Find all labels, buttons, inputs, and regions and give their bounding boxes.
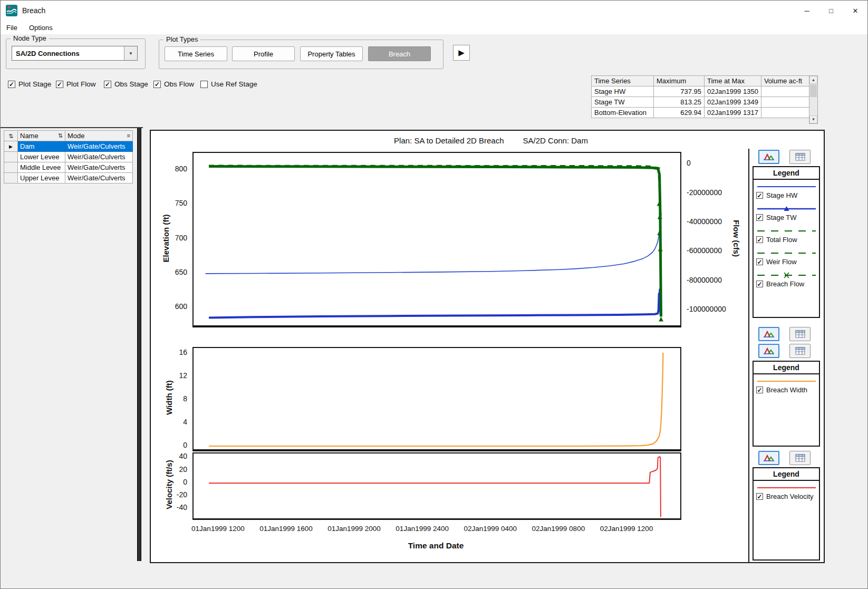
axis-tick-label: 02Jan1999 1200 [594, 525, 659, 533]
legend-checkbox[interactable]: ✓ [756, 214, 763, 221]
legend-table-toggle-button[interactable] [789, 344, 811, 358]
plot-stage-checkbox[interactable]: ✓ [8, 81, 15, 88]
legend-entry-label: Breach Velocity [766, 493, 814, 500]
legend-plot-toggle-button[interactable] [758, 150, 779, 164]
node-type-selected-value: SA/2D Connections [12, 46, 124, 60]
axis-tick-label: -40000000 [687, 217, 745, 226]
legend-checkbox[interactable]: ✓ [756, 387, 763, 393]
obs-flow-toggle[interactable]: ✓ Obs Flow [153, 80, 194, 88]
node-name-cell[interactable]: Dam [18, 141, 65, 152]
axis-tick-label: -60000000 [687, 246, 745, 255]
table-icon [795, 454, 805, 462]
legend-plot-toggle-button[interactable] [758, 344, 779, 358]
node-type-dropdown[interactable]: SA/2D Connections ▼ [12, 46, 138, 61]
obs-stage-label: Obs Stage [114, 80, 148, 88]
menubar: File Options [1, 21, 867, 34]
legend-table-toggle-button[interactable] [789, 327, 811, 341]
maximize-button[interactable]: □ [819, 1, 843, 21]
plot-type-profile-button[interactable]: Profile [232, 46, 295, 61]
legend-checkbox[interactable]: ✓ [756, 493, 763, 500]
scroll-up-icon[interactable]: ▲ [809, 76, 817, 84]
legend-table-toggle-button[interactable] [789, 451, 811, 465]
menu-file[interactable]: File [1, 22, 23, 33]
mode-header-label: Mode [67, 132, 85, 140]
row-selector[interactable] [4, 173, 18, 184]
node-name-cell[interactable]: Upper Levee [18, 173, 65, 184]
legend-checkbox[interactable]: ✓ [756, 281, 763, 287]
minimize-button[interactable]: ─ [795, 1, 819, 21]
animate-play-button[interactable]: ▶ [453, 45, 470, 61]
legend-entry-label: Weir Flow [766, 258, 797, 266]
node-mode-cell[interactable]: Weir/Gate/Culverts [65, 141, 133, 152]
summary-table-scrollbar[interactable]: ▲ ▼ [809, 75, 818, 124]
summary-row: Stage HW 737.95 02Jan1999 1350 [592, 86, 811, 97]
axis-tick-label: 0 [150, 478, 187, 486]
table-row[interactable]: ▶ Dam Weir/Gate/Culverts [4, 141, 133, 152]
obs-stage-toggle[interactable]: ✓ Obs Stage [104, 80, 148, 88]
plot-type-time-series-button[interactable]: Time Series [165, 46, 227, 61]
legend-plot-toggle-button[interactable] [758, 451, 779, 465]
plot-stage-label: Plot Stage [18, 80, 51, 88]
obs-flow-label: Obs Flow [164, 80, 194, 88]
table-row[interactable]: Middle Levee Weir/Gate/Culverts [4, 162, 133, 173]
chart-series-total-flow [209, 167, 661, 317]
axis-tick-label: -20 [150, 490, 187, 499]
node-name-cell[interactable]: Lower Levee [18, 152, 65, 162]
node-mode-cell[interactable]: Weir/Gate/Culverts [65, 152, 133, 162]
node-mode-cell[interactable]: Weir/Gate/Culverts [65, 173, 133, 184]
table-row[interactable]: Lower Levee Weir/Gate/Culverts [4, 152, 133, 162]
summary-cell-volume [761, 108, 811, 118]
axis-tick-label: 02Jan1999 0800 [526, 525, 591, 533]
play-icon: ▶ [458, 48, 465, 57]
table-row[interactable]: Upper Levee Weir/Gate/Culverts [4, 173, 133, 184]
menu-options[interactable]: Options [23, 22, 59, 33]
legend-entry-breach-velocity: ✓ Breach Velocity [755, 485, 817, 500]
axis-tick-label: 01Jan1999 2000 [322, 525, 387, 533]
node-mode-cell[interactable]: Weir/Gate/Culverts [65, 162, 133, 173]
use-ref-stage-checkbox[interactable] [200, 81, 208, 88]
app-icon [6, 5, 17, 16]
plot-title-connection: SA/2D Conn: Dam [523, 136, 588, 145]
row-selector[interactable] [4, 152, 18, 162]
legend-table-toggle-button[interactable] [789, 150, 811, 164]
plot-flow-toggle[interactable]: ✓ Plot Flow [56, 80, 96, 88]
plot-stage-toggle[interactable]: ✓ Plot Stage [8, 80, 51, 88]
obs-stage-checkbox[interactable]: ✓ [104, 81, 111, 88]
legend-toggle-pair [758, 150, 811, 164]
check-icon: ✓ [757, 281, 762, 287]
plot-icon [763, 454, 775, 462]
axis-tick-label: 01Jan1999 2400 [390, 525, 455, 533]
legend-plot-toggle-button[interactable] [758, 327, 779, 341]
panel-splitter[interactable] [137, 128, 141, 561]
plot-flow-checkbox[interactable]: ✓ [56, 81, 63, 88]
node-name-cell[interactable]: Middle Levee [18, 162, 65, 173]
check-icon: ✓ [757, 259, 762, 265]
row-selector-icon: ▶ [9, 144, 13, 149]
column-menu-icon[interactable]: ≡ [127, 133, 130, 139]
use-ref-stage-toggle[interactable]: Use Ref Stage [200, 80, 257, 88]
row-selector[interactable]: ▶ [4, 141, 18, 152]
legend-checkbox[interactable]: ✓ [756, 192, 763, 199]
chevron-down-icon[interactable]: ▼ [124, 46, 137, 60]
plot-type-property-tables-button[interactable]: Property Tables [300, 46, 363, 61]
legend-checkbox[interactable]: ✓ [756, 236, 763, 243]
sort-icon[interactable]: ⇅ [58, 133, 63, 139]
stage-hw-line-sample [756, 184, 817, 190]
plot-type-breach-button[interactable]: Breach [368, 46, 431, 61]
summary-row: Bottom-Elevation 629.94 02Jan1999 1317 [592, 108, 811, 118]
check-icon: ✓ [757, 237, 762, 243]
close-button[interactable]: ✕ [843, 1, 867, 21]
legend-checkbox[interactable]: ✓ [756, 258, 763, 265]
scrollbar-thumb[interactable] [810, 84, 817, 97]
close-icon: ✕ [853, 7, 859, 15]
row-selector[interactable] [4, 162, 18, 173]
legend-entry-label: Breach Width [766, 386, 807, 394]
axis-tick-label: 0 [150, 441, 187, 449]
scroll-down-icon[interactable]: ▼ [809, 115, 817, 123]
obs-flow-checkbox[interactable]: ✓ [153, 81, 161, 88]
summary-cell-maximum: 629.94 [654, 108, 705, 118]
node-table: ⇅ Name⇅ Mode≡ ▶ Dam Weir/Gate/Culverts [4, 130, 133, 184]
check-icon: ✓ [757, 215, 762, 221]
chart-marker [658, 247, 663, 252]
sort-icon[interactable]: ⇅ [8, 133, 13, 139]
